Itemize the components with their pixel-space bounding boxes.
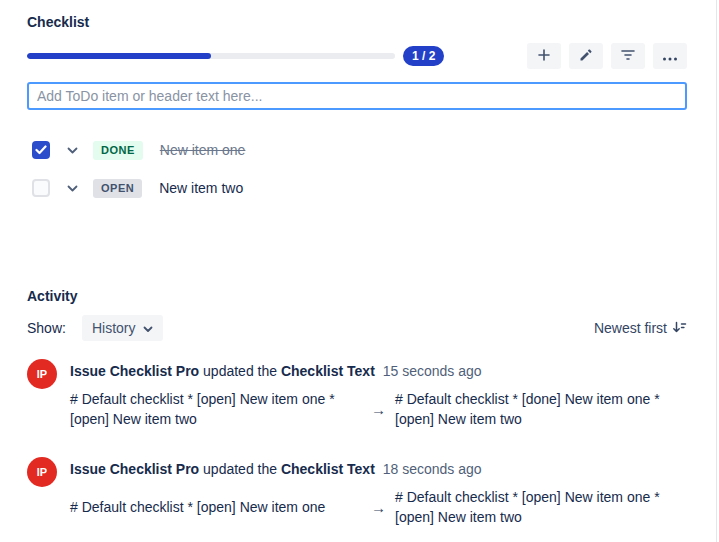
edit-checklist-button[interactable]: [569, 43, 603, 69]
diff-old-value: # Default checklist * [open] New item on…: [70, 497, 362, 517]
add-todo-input[interactable]: [27, 82, 687, 110]
item-text[interactable]: New item one: [160, 142, 246, 158]
arrow-right-icon: →: [371, 499, 386, 516]
show-label: Show:: [27, 320, 66, 336]
progress-bar: [27, 53, 395, 59]
change-diff: # Default checklist * [open] New item on…: [70, 487, 687, 527]
panel-divider: [716, 0, 717, 542]
pencil-icon: [579, 48, 593, 65]
chevron-down-icon: [143, 320, 153, 336]
checklist-title: Checklist: [27, 14, 687, 31]
activity-entry-body: Issue Checklist Pro updated the Checklis…: [70, 359, 687, 429]
plus-icon: [536, 47, 552, 66]
arrow-right-icon: →: [371, 401, 386, 418]
action-text: updated the: [203, 461, 277, 477]
chevron-down-icon[interactable]: [67, 185, 78, 192]
checklist-item-row: DONE New item one: [27, 138, 687, 162]
avatar: IP: [27, 457, 57, 487]
activity-entry: IP Issue Checklist Pro updated the Check…: [27, 457, 687, 527]
checklist-toolbar: [527, 43, 687, 69]
filter-icon: [620, 49, 636, 64]
diff-new-value: # Default checklist * [done] New item on…: [395, 389, 687, 429]
progress-row: 1 / 2: [27, 43, 687, 69]
chevron-down-icon[interactable]: [67, 147, 78, 154]
activity-entry-header: Issue Checklist Pro updated the Checklis…: [70, 459, 687, 479]
checkmark-icon: [35, 142, 47, 158]
status-badge-done[interactable]: DONE: [93, 141, 143, 160]
item-checkbox-checked[interactable]: [32, 141, 50, 159]
status-badge-open[interactable]: OPEN: [93, 179, 142, 198]
item-checkbox-unchecked[interactable]: [32, 179, 50, 197]
actor-name[interactable]: Issue Checklist Pro: [70, 461, 199, 477]
activity-title: Activity: [27, 288, 687, 305]
checklist-items: DONE New item one OPEN New item two: [27, 138, 687, 200]
filter-button[interactable]: [611, 43, 645, 69]
progress-count-badge: 1 / 2: [403, 46, 444, 66]
add-item-button[interactable]: [527, 43, 561, 69]
activity-filter-row: Show: History Newest first: [27, 315, 687, 341]
progress-fill: [27, 53, 211, 59]
ellipsis-icon: [662, 49, 678, 64]
sort-order-label: Newest first: [594, 320, 667, 336]
checklist-item-row: OPEN New item two: [27, 176, 687, 200]
more-actions-button[interactable]: [653, 43, 687, 69]
activity-entry-body: Issue Checklist Pro updated the Checklis…: [70, 457, 687, 527]
avatar: IP: [27, 359, 57, 389]
activity-filter-dropdown[interactable]: History: [82, 315, 164, 341]
checklist-panel: Checklist 1 / 2: [0, 0, 719, 527]
activity-filter-value: History: [92, 320, 136, 336]
field-name: Checklist Text: [281, 363, 375, 379]
diff-old-value: # Default checklist * [open] New item on…: [70, 389, 362, 429]
activity-entry-header: Issue Checklist Pro updated the Checklis…: [70, 361, 687, 381]
action-text: updated the: [203, 363, 277, 379]
sort-descending-icon: [672, 320, 687, 337]
diff-new-value: # Default checklist * [open] New item on…: [395, 487, 687, 527]
change-diff: # Default checklist * [open] New item on…: [70, 389, 687, 429]
actor-name[interactable]: Issue Checklist Pro: [70, 363, 199, 379]
field-name: Checklist Text: [281, 461, 375, 477]
timestamp: 15 seconds ago: [383, 363, 482, 379]
activity-entry: IP Issue Checklist Pro updated the Check…: [27, 359, 687, 429]
sort-order-button[interactable]: Newest first: [594, 320, 687, 337]
item-text[interactable]: New item two: [159, 180, 243, 196]
timestamp: 18 seconds ago: [383, 461, 482, 477]
